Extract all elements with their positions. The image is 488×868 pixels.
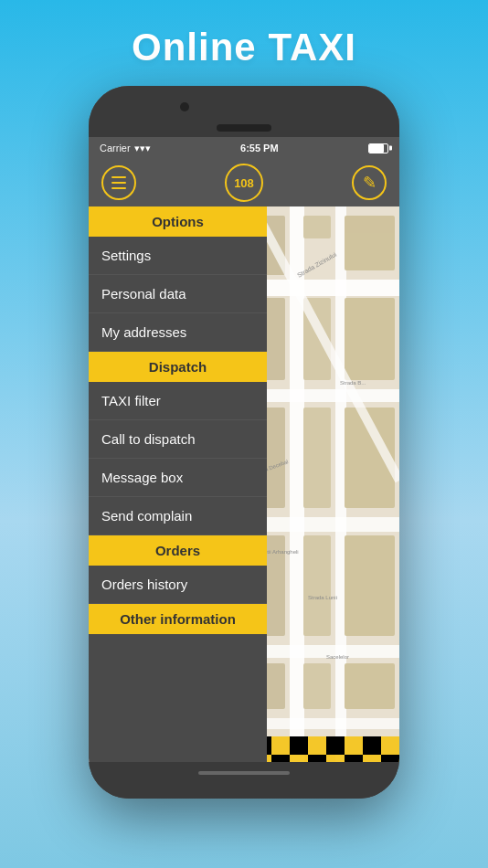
wifi-icon: ▾▾▾ (134, 143, 151, 154)
svg-rect-32 (381, 755, 399, 762)
svg-rect-26 (290, 736, 308, 755)
section-header-dispatch: Dispatch (89, 352, 267, 382)
svg-rect-28 (363, 736, 381, 755)
svg-rect-18 (303, 535, 331, 636)
menu-item-send-complain[interactable]: Send complain (89, 497, 267, 535)
svg-rect-5 (253, 517, 399, 532)
page-title: Online TAXI (132, 26, 356, 69)
phone-screen: Carrier ▾▾▾ 6:55 PM 108 ✎ (89, 137, 399, 762)
battery-icon (368, 143, 388, 153)
svg-text:Strada B...: Strada B... (340, 380, 366, 386)
phone-top (89, 86, 399, 137)
menu-item-message-box[interactable]: Message box (89, 459, 267, 497)
svg-rect-8 (303, 216, 331, 238)
menu-panel: Options Settings Personal data My addres… (89, 206, 267, 762)
svg-rect-1 (253, 280, 399, 296)
svg-rect-15 (303, 408, 331, 508)
menu-item-addresses[interactable]: My addresses (89, 313, 267, 352)
svg-rect-30 (308, 755, 326, 762)
carrier-info: Carrier ▾▾▾ (100, 143, 151, 154)
menu-item-orders-history[interactable]: Orders history (89, 566, 267, 604)
svg-rect-31 (345, 755, 363, 762)
status-bar: Carrier ▾▾▾ 6:55 PM (89, 137, 399, 159)
menu-item-settings[interactable]: Settings (89, 237, 267, 275)
menu-item-personal-data[interactable]: Personal data (89, 275, 267, 313)
map-background: + Strada Zizinului Strada B... Strada De… (253, 206, 399, 762)
svg-text:Strada Lunii: Strada Lunii (308, 595, 337, 600)
svg-rect-29 (271, 755, 290, 762)
badge-value: 108 (234, 176, 254, 190)
edit-button[interactable]: ✎ (352, 165, 387, 200)
svg-rect-13 (345, 298, 395, 380)
svg-rect-4 (253, 389, 399, 402)
hamburger-icon (111, 176, 126, 189)
svg-rect-21 (303, 663, 331, 709)
carrier-label: Carrier (100, 143, 131, 153)
menu-item-call-dispatch[interactable]: Call to dispatch (89, 420, 267, 459)
svg-rect-19 (345, 535, 395, 636)
svg-rect-22 (345, 663, 395, 709)
menu-item-taxi-filter[interactable]: TAXI filter (89, 382, 267, 420)
svg-text:Sacelelor: Sacelelor (326, 654, 349, 660)
section-header-orders: Orders (89, 535, 267, 566)
screen-body: + Strada Zizinului Strada B... Strada De… (89, 206, 399, 762)
svg-rect-27 (326, 736, 345, 755)
svg-rect-7 (253, 718, 399, 729)
svg-rect-9 (345, 216, 395, 270)
home-indicator (198, 771, 290, 775)
section-header-options: Options (89, 206, 267, 237)
phone-speaker (217, 124, 271, 132)
status-time: 6:55 PM (240, 143, 279, 153)
app-header: 108 ✎ (89, 159, 399, 206)
badge-display[interactable]: 108 (225, 164, 263, 202)
phone-camera (180, 102, 189, 111)
phone-frame: Carrier ▾▾▾ 6:55 PM 108 ✎ (89, 86, 399, 799)
hamburger-button[interactable] (101, 165, 136, 200)
edit-icon: ✎ (363, 173, 377, 193)
phone-bottom (89, 762, 399, 799)
section-header-other: Other information (89, 604, 267, 634)
